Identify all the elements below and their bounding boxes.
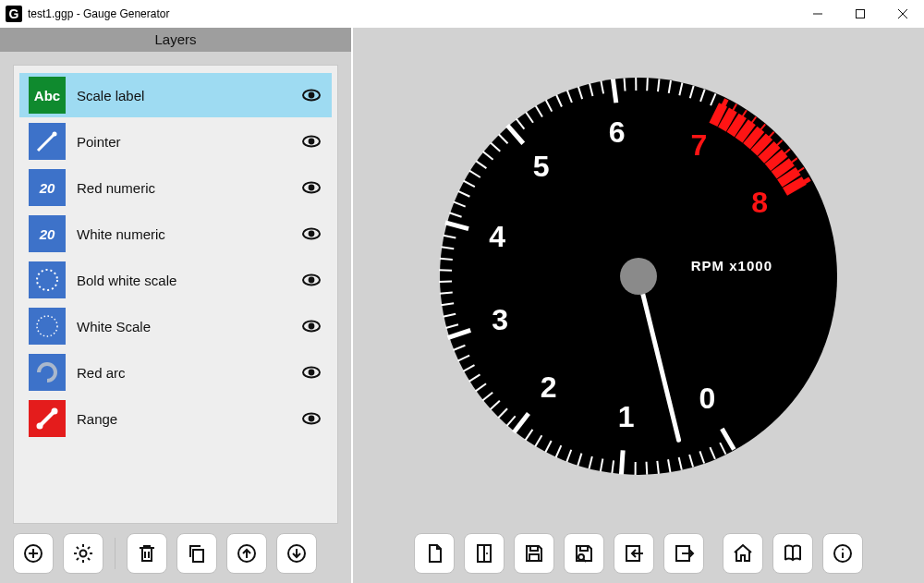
layer-item-bold-white-scale[interactable]: Bold white scale <box>19 258 332 302</box>
right-toolbar <box>353 524 924 583</box>
svg-point-23 <box>37 423 43 430</box>
home-button[interactable] <box>723 533 763 574</box>
layer-icon-scale <box>29 308 66 345</box>
visibility-toggle[interactable] <box>300 130 322 152</box>
gauge-number: 3 <box>492 303 508 337</box>
svg-rect-36 <box>530 546 538 551</box>
svg-point-46 <box>842 549 844 551</box>
gauge-hub <box>620 258 657 295</box>
visibility-toggle[interactable] <box>300 361 322 383</box>
gauge-number: 8 <box>751 186 768 220</box>
layer-item-red-arc[interactable]: Red arc <box>19 350 332 395</box>
svg-line-6 <box>38 134 55 151</box>
layer-icon-text: Abc <box>29 77 66 114</box>
move-up-button[interactable] <box>226 533 267 574</box>
layer-icon-numeric: 20 <box>29 169 66 206</box>
gauge-number: 7 <box>691 128 708 163</box>
new-button[interactable] <box>414 533 455 574</box>
gauge-number: 5 <box>533 150 550 184</box>
about-button[interactable] <box>822 533 863 574</box>
visibility-toggle[interactable] <box>300 84 322 106</box>
layer-label: White Scale <box>77 319 300 334</box>
layer-label: Pointer <box>77 134 300 150</box>
import-button[interactable] <box>614 533 654 574</box>
minimize-button[interactable] <box>796 0 839 28</box>
svg-point-24 <box>52 408 58 415</box>
maximize-button[interactable] <box>839 0 881 28</box>
gauge-number: 4 <box>489 220 505 254</box>
visibility-toggle[interactable] <box>300 176 322 199</box>
layer-label: Red numeric <box>77 180 300 196</box>
layer-icon-pointer <box>29 123 66 160</box>
preview-panel: 012345678 RPM x1000 <box>351 28 924 583</box>
layer-icon-range <box>29 400 66 437</box>
layer-icon-arc <box>29 354 66 391</box>
layer-item-range[interactable]: Range <box>19 396 332 441</box>
close-button[interactable] <box>881 0 924 28</box>
svg-point-14 <box>37 270 57 290</box>
svg-point-7 <box>53 132 57 137</box>
layers-header: Layers <box>0 28 351 52</box>
delete-button[interactable] <box>127 533 167 574</box>
gauge-canvas: 012345678 RPM x1000 <box>353 28 924 524</box>
svg-point-17 <box>37 316 57 336</box>
open-button[interactable] <box>464 533 505 574</box>
layer-label: White numeric <box>77 226 300 242</box>
gauge-number: 2 <box>541 370 557 405</box>
layer-label: Bold white scale <box>77 273 300 288</box>
layer-item-red-numeric[interactable]: 20 Red numeric <box>19 165 332 210</box>
save-as-button[interactable] <box>564 533 604 574</box>
visibility-toggle[interactable] <box>300 315 322 337</box>
visibility-toggle[interactable] <box>300 269 322 291</box>
layer-label: Red arc <box>77 365 300 381</box>
svg-point-19 <box>309 323 315 330</box>
svg-point-35 <box>486 553 488 554</box>
gauge-number: 6 <box>609 115 626 150</box>
layer-item-white-scale[interactable]: White Scale <box>19 304 332 348</box>
layer-label: Scale label <box>77 88 300 103</box>
svg-point-26 <box>309 416 315 422</box>
titlebar: G test1.ggp - Gauge Generator <box>0 0 924 28</box>
settings-button[interactable] <box>63 533 103 574</box>
layers-panel: Layers Abc Scale label Pointer <box>0 28 351 583</box>
svg-point-5 <box>309 92 315 99</box>
svg-rect-37 <box>529 554 539 561</box>
svg-point-21 <box>309 370 315 376</box>
svg-rect-38 <box>580 546 588 551</box>
visibility-toggle[interactable] <box>300 223 322 245</box>
svg-point-30 <box>80 551 87 557</box>
visibility-toggle[interactable] <box>300 407 322 430</box>
add-layer-button[interactable] <box>13 533 54 574</box>
svg-point-9 <box>309 139 315 145</box>
window-title: test1.ggp - Gauge Generator <box>28 7 169 20</box>
manual-button[interactable] <box>772 533 813 574</box>
gauge-number: 0 <box>699 382 716 416</box>
svg-rect-31 <box>193 550 203 562</box>
layer-icon-numeric: 20 <box>29 215 66 252</box>
svg-point-16 <box>309 277 315 284</box>
svg-point-13 <box>309 231 315 237</box>
svg-rect-1 <box>857 9 865 18</box>
layer-icon-scale <box>29 261 66 298</box>
move-down-button[interactable] <box>276 533 317 574</box>
export-button[interactable] <box>663 533 704 574</box>
svg-point-11 <box>309 185 315 191</box>
gauge: 012345678 RPM x1000 <box>440 78 837 475</box>
layers-list[interactable]: Abc Scale label Pointer 20 Red <box>13 65 338 524</box>
save-button[interactable] <box>514 533 554 574</box>
layer-item-scale-label[interactable]: Abc Scale label <box>19 73 332 117</box>
app-icon: G <box>6 6 22 22</box>
left-toolbar <box>0 524 351 583</box>
layer-item-pointer[interactable]: Pointer <box>19 119 332 164</box>
gauge-caption: RPM x1000 <box>691 258 772 273</box>
duplicate-button[interactable] <box>176 533 217 574</box>
layer-item-white-numeric[interactable]: 20 White numeric <box>19 212 332 256</box>
layer-label: Range <box>77 411 300 427</box>
gauge-number: 1 <box>618 400 635 434</box>
